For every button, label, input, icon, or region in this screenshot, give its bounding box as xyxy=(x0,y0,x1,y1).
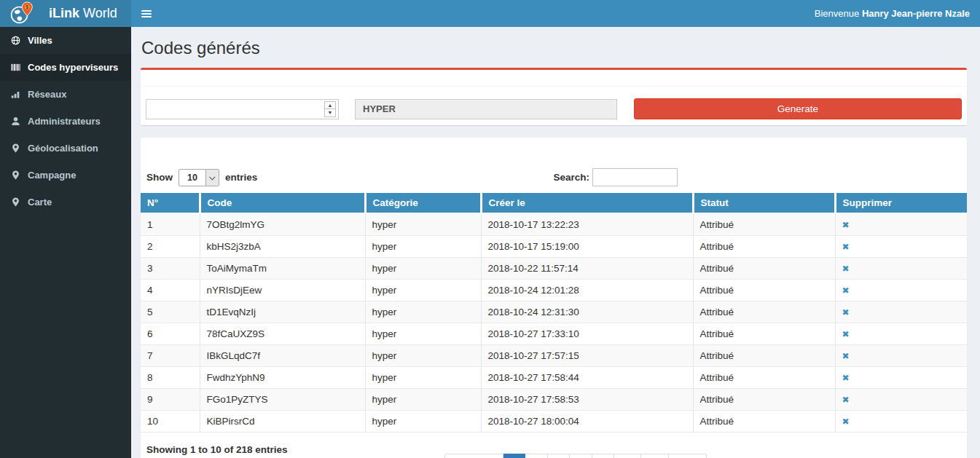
sidebar-item-campagne[interactable]: Campagne xyxy=(0,162,131,189)
delete-cell: ✖ xyxy=(835,213,967,236)
table-footer: Showing 1 to 10 of 218 entries Previous1… xyxy=(141,433,967,458)
generate-form: ▲ ▼ Generate xyxy=(141,87,967,125)
row-number: 2 xyxy=(141,236,200,258)
sidebar-item-label: Géolocalisation xyxy=(28,143,98,154)
created-cell: 2018-10-17 15:19:00 xyxy=(481,236,693,258)
row-number: 5 xyxy=(141,301,200,323)
code-cell: 78fCaUXZ9S xyxy=(200,323,365,345)
created-cell: 2018-10-27 18:00:04 xyxy=(481,411,693,433)
brand-name-regular: World xyxy=(83,6,117,20)
pagination-page-22[interactable]: 22 xyxy=(641,454,669,458)
delete-icon[interactable]: ✖ xyxy=(842,242,850,252)
category-cell: hyper xyxy=(365,323,481,345)
table-row: 2kbHS2j3zbAhyper2018-10-17 15:19:00Attri… xyxy=(141,236,967,258)
category-cell: hyper xyxy=(365,236,481,258)
row-number: 6 xyxy=(141,323,200,345)
column-header[interactable]: Catégorie xyxy=(365,193,481,213)
created-cell: 2018-10-24 12:31:30 xyxy=(481,301,693,323)
brand-logo[interactable]: $ iLink World xyxy=(0,0,131,27)
search-control: Search: xyxy=(553,168,678,186)
page-length-control: Show 10 entries xyxy=(146,169,257,186)
delete-icon[interactable]: ✖ xyxy=(842,416,850,427)
delete-icon[interactable]: ✖ xyxy=(842,351,850,361)
barcode-icon xyxy=(11,63,20,72)
spinner-up-icon[interactable]: ▲ xyxy=(325,102,335,110)
sidebar-item-codes-hyperviseurs[interactable]: Codes hyperviseurs xyxy=(0,54,131,81)
quantity-input-field[interactable] xyxy=(146,100,324,119)
brand-name-bold: iLink xyxy=(49,6,79,20)
created-cell: 2018-10-24 12:01:28 xyxy=(481,280,693,301)
created-cell: 2018-10-27 17:57:15 xyxy=(481,345,693,367)
sidebar-item-geolocalisation[interactable]: Géolocalisation xyxy=(0,135,131,162)
svg-text:$: $ xyxy=(26,4,28,10)
quantity-input[interactable]: ▲ ▼ xyxy=(146,99,339,119)
sidebar-item-carte[interactable]: Carte xyxy=(0,189,131,216)
table-row: 7IBkGLqdC7fhyper2018-10-27 17:57:15Attri… xyxy=(141,345,967,367)
delete-icon[interactable]: ✖ xyxy=(842,285,850,296)
sidebar-nav: VillesCodes hyperviseursRéseauxAdministr… xyxy=(0,27,131,458)
code-cell: tD1EvqNzIj xyxy=(200,301,365,323)
delete-cell: ✖ xyxy=(835,258,967,280)
column-header[interactable]: N° xyxy=(141,193,200,213)
sidebar-item-label: Réseaux xyxy=(28,89,66,100)
generate-panel-header xyxy=(141,70,967,87)
pagination-page-3[interactable]: 3 xyxy=(548,454,571,458)
sidebar-item-label: Codes hyperviseurs xyxy=(28,62,118,73)
column-header[interactable]: Code xyxy=(200,193,365,213)
category-cell: hyper xyxy=(365,213,481,236)
delete-icon[interactable]: ✖ xyxy=(842,373,850,383)
column-header[interactable]: Supprimer xyxy=(835,193,967,213)
delete-icon[interactable]: ✖ xyxy=(842,395,850,405)
main-content: Codes générés ▲ ▼ Generate Show 10 xyxy=(131,27,980,458)
delete-icon[interactable]: ✖ xyxy=(842,220,850,230)
pagination-page-4[interactable]: 4 xyxy=(570,454,592,458)
category-cell: hyper xyxy=(365,345,481,367)
page-title: Codes générés xyxy=(141,38,967,58)
map-marker-icon xyxy=(11,170,20,180)
user-name: Hanry Jean-pierre Nzale xyxy=(862,8,970,19)
created-cell: 2018-10-17 13:22:23 xyxy=(481,213,693,236)
status-cell: Attribué xyxy=(693,236,835,258)
category-cell: hyper xyxy=(365,389,481,411)
spinner-down-icon[interactable]: ▼ xyxy=(325,109,335,117)
pagination-page-2[interactable]: 2 xyxy=(525,454,548,458)
sidebar-item-villes[interactable]: Villes xyxy=(0,27,131,54)
table-row: 678fCaUXZ9Shyper2018-10-27 17:33:10Attri… xyxy=(141,323,967,345)
quantity-spinner[interactable]: ▲ ▼ xyxy=(324,101,336,117)
sidebar-item-label: Villes xyxy=(28,35,52,46)
column-header[interactable]: Créer le xyxy=(481,193,693,213)
pagination-page-1[interactable]: 1 xyxy=(503,454,526,458)
codes-table: N°CodeCatégorieCréer leStatutSupprimer 1… xyxy=(141,193,967,433)
delete-cell: ✖ xyxy=(835,345,967,367)
sidebar-item-administrateurs[interactable]: Administrateurs xyxy=(0,108,131,135)
status-cell: Attribué xyxy=(693,367,835,389)
pagination-next[interactable]: Next xyxy=(669,454,707,458)
status-cell: Attribué xyxy=(693,323,835,345)
row-number: 10 xyxy=(141,411,200,433)
page-length-select[interactable]: 10 xyxy=(179,169,219,186)
row-number: 9 xyxy=(141,389,200,411)
code-cell: nYRIsDjEew xyxy=(200,280,365,301)
table-row: 8FwdhzYphN9hyper2018-10-27 17:58:44Attri… xyxy=(141,367,967,389)
code-cell: ToAiMymaTm xyxy=(200,258,365,280)
delete-icon[interactable]: ✖ xyxy=(842,307,850,317)
show-label: Show xyxy=(146,172,173,183)
search-input[interactable] xyxy=(592,168,678,186)
pagination-page-5[interactable]: 5 xyxy=(592,454,615,458)
generate-button[interactable]: Generate xyxy=(634,98,962,119)
row-number: 7 xyxy=(141,345,200,367)
delete-icon[interactable]: ✖ xyxy=(842,264,850,274)
row-number: 1 xyxy=(141,213,200,236)
delete-cell: ✖ xyxy=(835,389,967,411)
pagination-prev[interactable]: Previous xyxy=(444,454,503,458)
column-header[interactable]: Statut xyxy=(693,193,835,213)
code-cell: kbHS2j3zbA xyxy=(200,236,365,258)
delete-icon[interactable]: ✖ xyxy=(842,329,850,339)
sidebar-item-reseaux[interactable]: Réseaux xyxy=(0,81,131,108)
delete-cell: ✖ xyxy=(835,301,967,323)
sidebar-toggle-button[interactable] xyxy=(141,10,152,17)
status-cell: Attribué xyxy=(693,258,835,280)
table-row: 17OBtg2lmYGhyper2018-10-17 13:22:23Attri… xyxy=(141,213,967,236)
category-input xyxy=(355,99,617,119)
pagination-ellipsis: … xyxy=(614,454,641,458)
